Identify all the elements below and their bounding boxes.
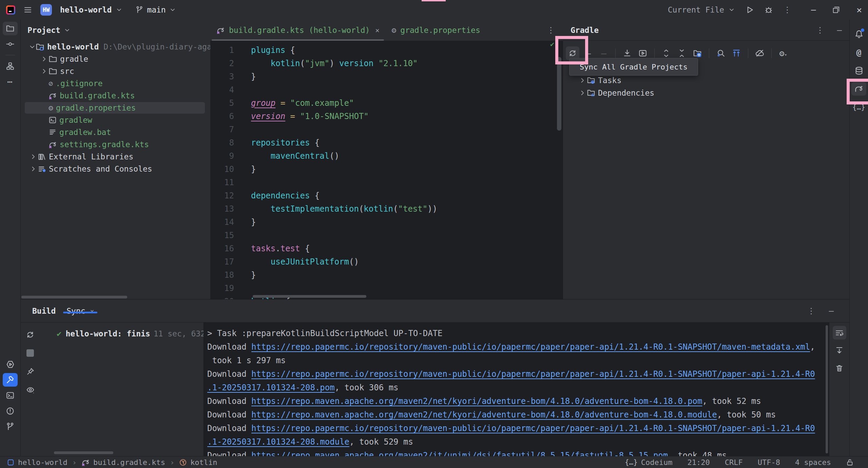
console-link[interactable]: .1-20250317.101324-208.pom [207, 383, 335, 392]
gradle-tree-item-tasks[interactable]: Tasks [563, 74, 849, 86]
close-tab-icon[interactable]: ✕ [90, 307, 94, 315]
console-link[interactable]: https://repo.maven.apache.org/maven2/net… [251, 396, 702, 406]
window-close-button[interactable]: ✕ [856, 5, 862, 15]
build-tree-hscrollbar[interactable] [54, 451, 113, 454]
build-tab-build[interactable]: Build [27, 307, 61, 315]
inspection-status-icon[interactable]: ✔ [550, 40, 554, 48]
stripe-button-build-tool[interactable] [3, 373, 18, 387]
sync-console-output[interactable]: > Task :prepareKotlinBuildScriptModel UP… [204, 323, 829, 456]
kebab-menu-icon[interactable]: ⋮ [807, 306, 815, 316]
tab-list-kebab-icon[interactable]: ⋮ [547, 25, 555, 35]
stripe-button-commit-tool[interactable] [3, 37, 18, 51]
pin-tab-button[interactable] [23, 365, 37, 378]
resync-button[interactable] [23, 328, 37, 342]
chevron-right-icon[interactable] [29, 153, 38, 160]
console-link[interactable]: https://repo.maven.apache.org/maven2/net… [251, 410, 717, 420]
stripe-button-more-tools[interactable]: ⋯ [3, 75, 18, 89]
console-link[interactable]: https://repo.papermc.io/repository/maven… [251, 342, 810, 352]
line-number: 18 [210, 270, 234, 280]
line-number: 1 [210, 45, 234, 55]
stop-process-button[interactable] [23, 346, 37, 360]
status-widget-crlf[interactable]: CRLF [717, 458, 750, 467]
project-tree-item-gradlew[interactable]: gradlew [21, 114, 210, 126]
breadcrumb-item[interactable]: hello-world [7, 458, 67, 467]
project-tree-item-src[interactable]: src [21, 65, 210, 77]
editor-vscrollbar[interactable] [557, 57, 561, 131]
project-tree-item-external-libraries[interactable]: External Libraries [21, 151, 210, 163]
stripe-button-problems-tool[interactable] [3, 404, 18, 418]
console-vscrollbar[interactable] [826, 325, 828, 453]
run-configuration-selector[interactable]: Current File [668, 5, 735, 14]
status-widget-21-20[interactable]: 21:20 [680, 458, 717, 467]
chevron-right-icon[interactable] [578, 77, 587, 84]
analyze-dependencies-button[interactable] [714, 46, 728, 60]
project-tree-item-gradle[interactable]: gradle [21, 53, 210, 65]
hide-toolwindow-button[interactable]: — [829, 306, 834, 316]
console-link[interactable]: https://repo.papermc.io/repository/maven… [251, 424, 815, 433]
chevron-down-icon[interactable] [64, 27, 71, 34]
show-dependency-order-button[interactable] [730, 46, 743, 60]
project-widget[interactable]: hello-world [60, 5, 122, 14]
status-widget-unlock[interactable] [838, 459, 861, 466]
project-tree-item-scratches-and-consoles[interactable]: Scratches and Consoles [21, 163, 210, 175]
branch-widget[interactable]: main [135, 5, 176, 14]
project-tree-item-gradlew-bat[interactable]: gradlew.bat [21, 126, 210, 138]
project-tree-item-gradle-properties[interactable]: ⚙gradle.properties [21, 102, 210, 114]
status-widget-utf-8[interactable]: UTF-8 [750, 458, 788, 467]
run-play-icon[interactable] [745, 5, 754, 14]
editor-hscrollbar[interactable] [253, 295, 366, 298]
scroll-to-end-button[interactable] [833, 344, 846, 357]
project-tree-item-hello-world[interactable]: hello-worldD:\Dev\plugin-diary-again-pr [21, 41, 210, 53]
status-widget-4-spaces[interactable]: 4 spaces [788, 458, 838, 467]
stripe-button-endpoints-tool[interactable]: {…} [851, 100, 866, 114]
close-tab-icon[interactable]: ✕ [375, 26, 379, 34]
chevron-right-icon[interactable] [29, 165, 38, 172]
view-options-button[interactable] [23, 383, 37, 396]
editor-tab-build.gradle.kts[interactable]: build.gradle.kts (hello-world)✕ [210, 20, 385, 41]
hamburger-menu-icon[interactable] [23, 5, 32, 14]
chevron-right-icon[interactable] [40, 68, 49, 75]
download-sources-icon [623, 49, 632, 58]
stripe-button-gradle-tool[interactable] [851, 82, 866, 96]
stripe-button-ai-assistant[interactable]: @ [851, 45, 866, 59]
stripe-button-services-tool[interactable] [3, 357, 18, 371]
console-link[interactable]: https://repo.maven.apache.org/maven2/it/… [251, 451, 668, 456]
editor-tab-gradle.properties[interactable]: ⚙gradle.properties [385, 20, 486, 41]
console-link[interactable]: https://repo.papermc.io/repository/maven… [251, 369, 815, 379]
code-editor[interactable]: 1plugins {2 kotlin("jvm") version "2.1.1… [210, 41, 563, 299]
status-widget-codeium[interactable]: {…}Codeium [617, 458, 680, 467]
project-hscrollbar[interactable] [21, 296, 127, 298]
project-avatar[interactable]: HW [40, 4, 52, 16]
kebab-menu-icon[interactable]: ⋮ [816, 25, 824, 35]
console-link[interactable]: .1-20250317.101324-208.module [207, 437, 349, 447]
project-tree-item--gitignore[interactable]: ⊘.gitignore [21, 77, 210, 90]
chevron-right-icon[interactable] [40, 56, 49, 62]
window-maximize-button[interactable] [832, 6, 840, 14]
window-minimize-button[interactable]: — [811, 5, 816, 15]
project-tree-item-build-gradle-kts[interactable]: build.gradle.kts [21, 90, 210, 102]
debug-bug-icon[interactable] [764, 5, 773, 14]
gradle-settings-button[interactable]: ⚙▾ [776, 46, 790, 60]
build-tree-row[interactable]: ✔ hello-world: finis 11 sec, 632 ms [40, 327, 204, 340]
build-tab-sync[interactable]: Sync✕ [61, 307, 99, 315]
stripe-button-database-tool[interactable] [851, 64, 866, 77]
code-line-5: 5group = "com.example" [210, 96, 563, 110]
hide-toolwindow-button[interactable]: — [837, 25, 842, 35]
stripe-button-notifications[interactable] [851, 27, 866, 41]
breadcrumb-item[interactable]: kotlin [179, 458, 217, 467]
stop-process-icon [26, 349, 34, 357]
kebab-menu-icon[interactable]: ⋮ [783, 5, 791, 15]
chevron-down-icon[interactable] [29, 43, 36, 50]
gradle-tree-item-dependencies[interactable]: Dependencies [563, 86, 849, 99]
editor-area[interactable]: build.gradle.kts (hello-world)✕⚙gradle.p… [210, 20, 563, 299]
stripe-button-structure-tool[interactable] [3, 59, 18, 73]
chevron-right-icon[interactable] [578, 90, 587, 96]
breadcrumb-item[interactable]: build.gradle.kts [81, 458, 165, 467]
stripe-button-project-tool[interactable] [3, 22, 18, 35]
toggle-offline-mode-button[interactable] [753, 46, 767, 60]
clear-output-button[interactable] [833, 361, 846, 375]
toggle-soft-wrap-button[interactable] [833, 326, 846, 339]
stripe-button-terminal-tool[interactable] [3, 389, 18, 402]
project-tree-item-settings-gradle-kts[interactable]: settings.gradle.kts [21, 138, 210, 151]
stripe-button-version-control-tool[interactable] [3, 420, 18, 433]
